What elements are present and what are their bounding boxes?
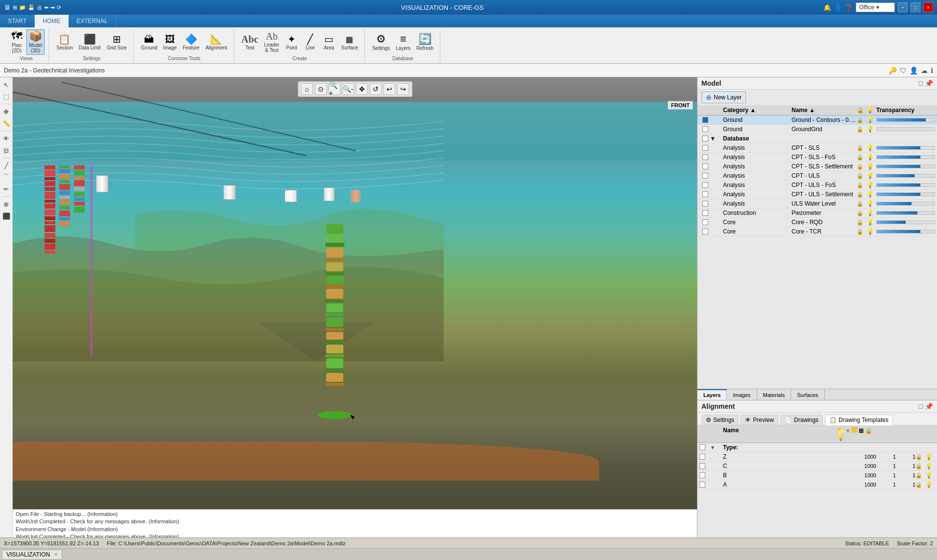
align-tab-settings[interactable]: ⚙ Settings — [701, 415, 739, 425]
tab-images[interactable]: Images — [727, 389, 757, 400]
layer-check-2[interactable] — [699, 126, 711, 132]
tab-external[interactable]: EXTERNAL — [69, 15, 116, 27]
viewport[interactable]: ⌂ ⊙ 🔍+ 🔍- ✥ ↺ ↩ ↪ FRONT Open File - Star… — [13, 77, 697, 537]
surface-button[interactable]: ◼ Surface — [338, 33, 360, 52]
redo-btn[interactable]: ↪ — [397, 83, 409, 95]
model-panel-pin[interactable]: 📌 — [925, 79, 933, 87]
maximize-button[interactable]: □ — [911, 2, 920, 12]
align-eye-z[interactable]: 💡 — [925, 453, 935, 460]
tab-close-btn[interactable]: ✕ — [54, 552, 58, 557]
layer-check-12[interactable] — [699, 229, 711, 234]
alignment-panel-restore[interactable]: □ — [919, 402, 923, 410]
layer-lock-8[interactable]: 🔒 — [857, 191, 866, 198]
align-lock-a[interactable]: 🔒 — [915, 481, 925, 488]
layer-lock-5[interactable]: 🔒 — [857, 163, 866, 170]
rotate-btn[interactable]: ↺ — [370, 83, 382, 95]
align-check-c[interactable] — [699, 463, 711, 469]
close-button[interactable]: × — [923, 2, 933, 12]
layer-eye-6[interactable]: 💡 — [866, 172, 876, 179]
layer-eye-9[interactable]: 💡 — [866, 200, 876, 207]
align-tab-drawing-templates[interactable]: 📋 Drawing Templates — [825, 415, 893, 425]
feature-button[interactable]: 🔷 Feature — [180, 33, 202, 52]
shield-icon[interactable]: 🛡 — [900, 67, 907, 74]
leader-text-button[interactable]: Ab Leader& Text — [262, 30, 282, 54]
layer-eye-5[interactable]: 💡 — [866, 163, 876, 170]
align-check-b[interactable] — [699, 472, 711, 478]
measure-tool[interactable]: 📏 — [1, 118, 12, 129]
tab-visualization[interactable]: VISUALIZATION ✕ — [2, 550, 62, 560]
layer-trans-11[interactable] — [876, 220, 935, 224]
layer-lock-1[interactable]: 🔒 — [857, 117, 866, 123]
layer-lock-3[interactable]: 🔒 — [857, 145, 866, 151]
header-name[interactable]: Name ▲ — [792, 107, 857, 114]
area-button[interactable]: ▭ Area — [320, 33, 337, 52]
layer-collapse-db[interactable]: ▾ — [711, 135, 723, 142]
layer-check-11[interactable] — [699, 219, 711, 225]
layer-lock-9[interactable]: 🔒 — [857, 201, 866, 207]
layer-check-3[interactable] — [699, 145, 711, 151]
refresh-button[interactable]: 🔄 Refresh — [414, 32, 436, 52]
layer-trans-8[interactable] — [876, 192, 935, 196]
minimize-button[interactable]: − — [898, 2, 908, 12]
layer-lock-10[interactable]: 🔒 — [857, 210, 866, 216]
section-button[interactable]: 📋 Section — [54, 33, 75, 52]
data-limit-button[interactable]: ⬛ Data Limit — [76, 33, 103, 52]
plan-2d-button[interactable]: 🗺 Plan(2D) — [8, 29, 25, 55]
move-btn[interactable]: ✥ — [356, 83, 368, 95]
layer-lock-2[interactable]: 🔒 — [857, 126, 866, 133]
layer-lock-11[interactable]: 🔒 — [857, 219, 866, 226]
layer-eye-7[interactable]: 💡 — [866, 182, 876, 188]
tab-start[interactable]: START — [0, 15, 35, 27]
zoom-out-btn[interactable]: 🔍- — [342, 83, 354, 95]
new-layer-button[interactable]: ⊕ New Layer — [701, 92, 746, 103]
layer-eye-8[interactable]: 💡 — [866, 191, 876, 198]
point-button[interactable]: ✦ Point — [283, 33, 300, 52]
layer-lock-4[interactable]: 🔒 — [857, 154, 866, 161]
user-icon[interactable]: 👤 — [910, 67, 918, 74]
header-category[interactable]: Category ▲ — [723, 107, 792, 114]
layer-check-9[interactable] — [699, 201, 711, 207]
layer-check-db[interactable] — [699, 136, 711, 141]
layer-trans-5[interactable] — [876, 164, 935, 168]
zoom-extents-btn[interactable]: ⊙ — [315, 83, 327, 95]
align-eye-a[interactable]: 💡 — [925, 481, 935, 488]
layer-eye-10[interactable]: 💡 — [866, 210, 876, 216]
line-tool[interactable]: ╱ — [1, 160, 12, 171]
alignment-panel-pin[interactable]: 📌 — [925, 402, 933, 410]
layer-trans-6[interactable] — [876, 174, 935, 178]
undo-btn[interactable]: ↩ — [384, 83, 395, 95]
ground-button[interactable]: 🏔 Ground — [139, 33, 160, 52]
tab-home[interactable]: HOME — [35, 15, 69, 27]
align-group-expand[interactable]: ▾ — [711, 444, 723, 451]
model-3d-button[interactable]: 📦 Model(3D) — [26, 29, 45, 55]
align-lock-c[interactable]: 🔒 — [915, 463, 925, 469]
layers-button[interactable]: ≡ Layers — [393, 32, 413, 52]
layer-trans-12[interactable] — [876, 230, 935, 233]
alignment-button[interactable]: 📐 Alignment — [203, 33, 229, 52]
align-lock-b[interactable]: 🔒 — [915, 472, 925, 479]
home-view-btn[interactable]: ⌂ — [301, 83, 313, 95]
align-eye-b[interactable]: 💡 — [925, 472, 935, 479]
layer-trans-3[interactable] — [876, 146, 935, 150]
layer-trans-9[interactable] — [876, 202, 935, 206]
tab-layers[interactable]: Layers — [697, 389, 727, 400]
layer-eye-11[interactable]: 💡 — [866, 219, 876, 226]
filter-tool[interactable]: ⊟ — [1, 145, 12, 156]
align-check-z[interactable] — [699, 454, 711, 460]
zoom-in-btn[interactable]: 🔍+ — [329, 83, 340, 95]
edit-tool[interactable]: ✏ — [1, 184, 12, 194]
align-lock-z[interactable]: 🔒 — [915, 453, 925, 460]
text-button[interactable]: Abc Text — [239, 33, 261, 52]
align-tab-preview[interactable]: 👁 Preview — [741, 415, 778, 425]
settings-button[interactable]: ⚙ Settings — [370, 32, 392, 52]
layer-eye-3[interactable]: 💡 — [866, 144, 876, 151]
view-tool[interactable]: 👁 — [1, 133, 12, 144]
layer-trans-1[interactable] — [876, 118, 935, 122]
layer-check-6[interactable] — [699, 173, 711, 179]
layer-eye-4[interactable]: 💡 — [866, 154, 876, 161]
layer-trans-7[interactable] — [876, 183, 935, 187]
curve-tool[interactable]: ⌒ — [1, 172, 12, 183]
layer-check-8[interactable] — [699, 191, 711, 197]
box-tool[interactable]: ⬛ — [1, 210, 12, 221]
align-eye-c[interactable]: 💡 — [925, 463, 935, 469]
